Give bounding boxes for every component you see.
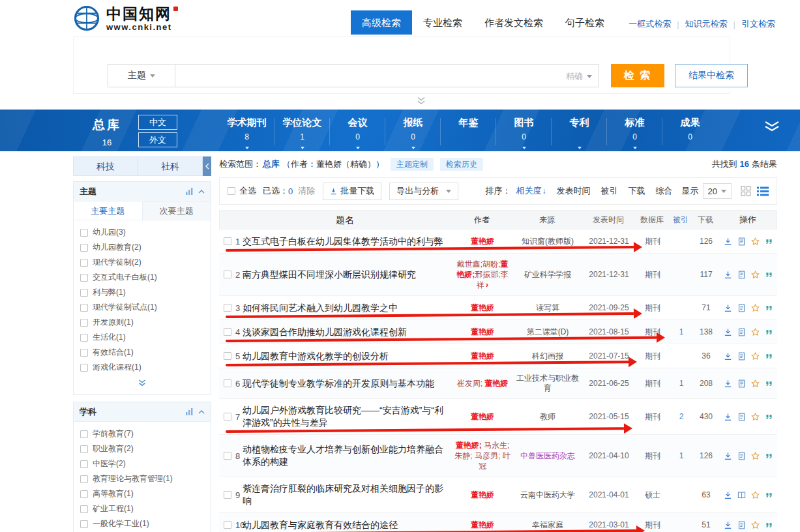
grid-view-icon[interactable] <box>741 186 751 196</box>
filter-checkbox[interactable] <box>80 430 88 438</box>
author-link[interactable]: 崔发周; <box>457 379 485 388</box>
search-field-select[interactable]: 主题 <box>108 64 175 87</box>
database-type[interactable]: 期刊 <box>635 411 670 422</box>
chevron-up-icon[interactable] <box>198 189 205 194</box>
doc-icon[interactable] <box>737 452 746 460</box>
star-icon[interactable] <box>751 413 760 421</box>
doc-icon[interactable] <box>737 379 746 388</box>
header-nav-tab[interactable]: 高级检索 <box>351 10 412 35</box>
quote-icon[interactable] <box>765 352 773 361</box>
header-nav-tab[interactable]: 句子检索 <box>554 10 615 35</box>
cited-count[interactable]: 2 <box>670 412 692 421</box>
filter-checkbox[interactable] <box>80 364 88 372</box>
download-icon[interactable] <box>724 452 732 460</box>
cited-count[interactable]: 1 <box>670 379 692 388</box>
author-link[interactable]: 董艳娇 <box>471 327 494 336</box>
language-tab[interactable]: 中文 <box>138 115 177 130</box>
quote-icon[interactable] <box>765 452 773 460</box>
theme-expand-icon[interactable] <box>74 376 211 394</box>
scope-value[interactable]: 总库 <box>263 158 280 170</box>
author-link[interactable]: 胡盼; <box>482 259 500 269</box>
doc-icon[interactable] <box>737 521 746 529</box>
quote-icon[interactable] <box>765 491 773 499</box>
filter-item[interactable]: 开发原则(1) <box>80 315 204 330</box>
language-tab[interactable]: 外文 <box>138 132 177 147</box>
download-icon[interactable] <box>724 352 732 361</box>
filter-item[interactable]: 游戏化课程(1) <box>80 360 204 375</box>
author-link[interactable]: 董艳娇 <box>471 351 494 361</box>
banner-expand-icon[interactable] <box>763 121 780 132</box>
filter-checkbox[interactable] <box>80 319 88 327</box>
search-button[interactable]: 检 索 <box>611 64 664 87</box>
author-link[interactable]: 马彦男; <box>475 451 503 460</box>
source-link[interactable]: 云南中医药大学 <box>512 490 583 500</box>
doc-icon[interactable] <box>737 328 746 336</box>
result-title[interactable]: 现代学徒制专业教学标准的开发原则与基本功能 <box>243 377 452 390</box>
result-title[interactable]: 动植物检疫专业人才培养与创新创业能力培养融合体系的构建 <box>243 443 452 468</box>
clear-selection-button[interactable]: 清除 <box>298 185 315 197</box>
result-title[interactable]: 紫连膏治疗肛裂的临床研究及对相关细胞因子的影响 <box>243 482 452 507</box>
author-link[interactable]: 董艳娇 <box>484 379 508 388</box>
result-title[interactable]: 南方典型煤田不同埋深小断层识别规律研究 <box>243 269 452 281</box>
doc-icon[interactable] <box>737 304 746 312</box>
export-analyze-button[interactable]: 导出与分析 <box>389 183 458 200</box>
filter-checkbox[interactable] <box>80 349 88 357</box>
sort-bars-icon[interactable] <box>186 188 193 195</box>
quote-icon[interactable] <box>765 304 773 312</box>
select-all[interactable]: 全选 <box>228 185 256 197</box>
source-link[interactable]: 中兽医医药杂志 <box>512 451 583 461</box>
db-tab[interactable]: 年鉴 <box>441 115 496 147</box>
filter-item[interactable]: 利与弊(1) <box>80 285 204 300</box>
filter-item[interactable]: 教育理论与教育管理(1) <box>80 471 204 486</box>
sort-option[interactable]: 综合 <box>656 186 673 196</box>
header-link[interactable]: 知识元检索 <box>685 18 728 30</box>
db-tab[interactable]: 学位论文1 <box>274 115 330 147</box>
star-icon[interactable] <box>751 521 760 529</box>
download-icon[interactable] <box>724 237 732 246</box>
filter-item[interactable]: 交互式电子白板(1) <box>80 270 204 285</box>
search-input[interactable] <box>175 65 599 87</box>
download-icon[interactable] <box>724 491 732 499</box>
row-checkbox[interactable] <box>224 237 231 245</box>
header-link[interactable]: 引文检索 <box>741 18 775 30</box>
row-checkbox[interactable] <box>224 379 231 387</box>
download-icon[interactable] <box>724 304 732 312</box>
sort-option[interactable]: 相关度↓ <box>516 186 546 196</box>
result-title[interactable]: 幼儿园户外游戏教育比较研究——“安吉游戏”与“利津游戏”的共性与差异 <box>243 404 452 429</box>
filter-item[interactable]: 高等教育(1) <box>80 486 204 501</box>
theme-subtab[interactable]: 次要主题 <box>142 201 211 220</box>
filter-checkbox[interactable] <box>80 259 88 267</box>
source-link[interactable]: 教师 <box>512 412 583 422</box>
star-icon[interactable] <box>751 452 760 460</box>
filter-item[interactable]: 幼儿园教育(2) <box>80 240 204 255</box>
doc-icon[interactable] <box>737 413 746 421</box>
author-link[interactable]: 董艳娇; <box>456 441 484 450</box>
row-checkbox[interactable] <box>224 328 231 336</box>
author-link[interactable]: 董艳娇 <box>471 303 494 312</box>
filter-item[interactable]: 现代学徒制(2) <box>80 255 204 270</box>
download-icon[interactable] <box>724 328 732 336</box>
sort-bars-icon[interactable] <box>186 408 193 415</box>
filter-checkbox[interactable] <box>80 460 88 468</box>
sort-option[interactable]: 发表时间 <box>557 186 591 196</box>
doc-icon[interactable] <box>737 271 746 279</box>
db-tab[interactable]: 会议0 <box>330 115 385 147</box>
author-link[interactable]: 马永生; <box>484 441 509 450</box>
page-size-select[interactable]: 20 <box>703 183 732 199</box>
database-type[interactable]: 期刊 <box>635 269 670 280</box>
author-link[interactable]: 戴世鑫; <box>457 259 482 269</box>
db-main-tab[interactable]: 总库 16 中文外文 <box>93 115 177 147</box>
select-all-checkbox[interactable] <box>228 187 235 195</box>
db-tab[interactable]: 图书0 <box>496 115 552 147</box>
database-type[interactable]: 期刊 <box>635 378 670 389</box>
sort-option[interactable]: 下载 <box>629 186 645 196</box>
db-tab[interactable]: 报纸0 <box>385 115 441 147</box>
database-type[interactable]: 硕士 <box>635 490 670 501</box>
star-icon[interactable] <box>751 304 760 312</box>
result-title[interactable]: 幼儿园教育中游戏化教学的创设分析 <box>243 350 452 362</box>
sidebar-tab-social[interactable]: 社科 <box>138 156 203 176</box>
result-title[interactable]: 交互式电子白板在幼儿园集体教学活动中的利与弊 <box>243 235 452 248</box>
filter-checkbox[interactable] <box>80 334 88 342</box>
filter-checkbox[interactable] <box>80 505 88 513</box>
scope-tag[interactable]: 检索历史 <box>440 158 483 171</box>
